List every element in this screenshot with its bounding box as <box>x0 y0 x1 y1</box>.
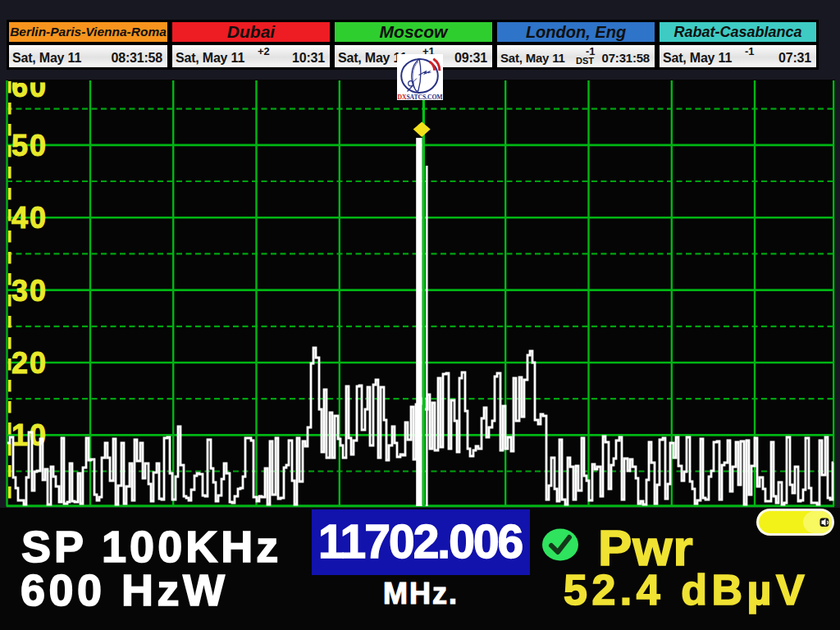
svg-text:30: 30 <box>11 274 48 308</box>
svg-text:50: 50 <box>11 129 48 162</box>
svg-text:DXSATCS.COM: DXSATCS.COM <box>398 94 443 100</box>
svg-text:20: 20 <box>11 346 48 380</box>
svg-text:40: 40 <box>11 201 48 235</box>
